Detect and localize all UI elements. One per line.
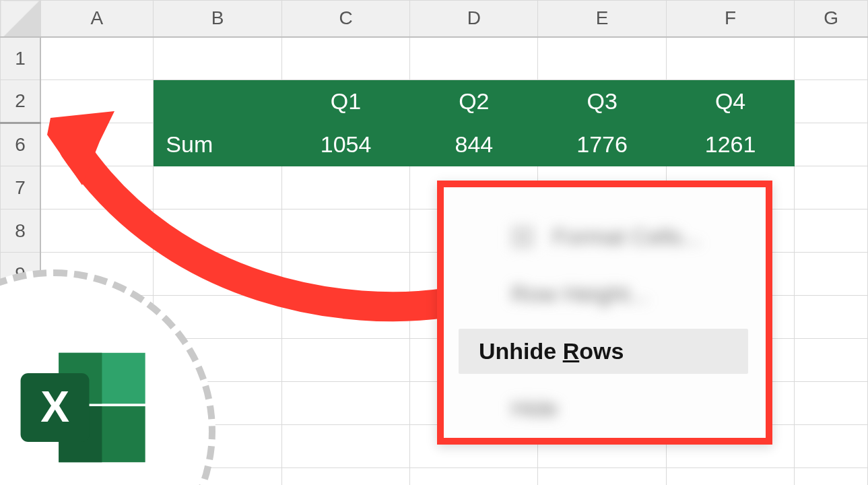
row-header-7[interactable]: 7 [1,166,41,209]
cell-F1[interactable] [666,37,794,80]
cell-G2[interactable] [795,80,868,123]
row-header-2[interactable]: 2 [1,80,41,123]
row-header-1[interactable]: 1 [1,37,41,80]
col-header-A[interactable]: A [40,1,154,37]
cell-B2[interactable] [154,80,282,123]
row-1[interactable]: 1 [1,37,868,80]
column-header-row[interactable]: A B C D E F G [1,1,868,37]
col-header-C[interactable]: C [281,1,409,37]
cell-A1[interactable] [40,37,154,80]
cell-G7[interactable] [795,166,868,209]
cell-G10[interactable] [795,296,868,339]
cell-B7[interactable] [154,166,282,209]
cell-C2[interactable]: Q1 [281,80,409,123]
menu-item-unhide-rows[interactable]: Unhide Rows [459,329,748,374]
cell-C7[interactable] [281,166,409,209]
menu-item-row-height[interactable]: Row Height... [459,271,748,317]
menu-item-hide[interactable]: Hide [459,386,748,431]
cell-B8[interactable] [154,209,282,253]
row-6[interactable]: 6 Sum 1054 844 1776 1261 [1,123,868,166]
select-all-corner[interactable] [1,1,41,37]
cell-B6[interactable]: Sum [154,123,282,166]
cell-B9[interactable] [154,253,282,296]
col-header-G[interactable]: G [795,1,868,37]
cell-C9[interactable] [281,253,409,296]
col-header-D[interactable]: D [410,1,538,37]
menu-item-format-cells[interactable]: Format Cells... [459,214,748,259]
col-header-E[interactable]: E [538,1,666,37]
cell-E6[interactable]: 1776 [538,123,666,166]
cell-F2[interactable]: Q4 [666,80,794,123]
cell-E1[interactable] [538,37,666,80]
row-header-8[interactable]: 8 [1,209,41,253]
menu-item-label: Unhide Rows [479,338,624,364]
cell-G1[interactable] [795,37,868,80]
row-header-6[interactable]: 6 [1,123,41,166]
row-2[interactable]: 2 Q1 Q2 Q3 Q4 [1,80,868,123]
cell-C1[interactable] [281,37,409,80]
cell-D1[interactable] [410,37,538,80]
cell-G8[interactable] [795,209,868,253]
cell-D2[interactable]: Q2 [410,80,538,123]
cell-A7[interactable] [40,166,154,209]
cell-A2[interactable] [40,80,154,123]
cell-C10[interactable] [281,296,409,339]
cell-C8[interactable] [281,209,409,253]
format-cells-icon [511,226,534,249]
cell-A6[interactable] [40,123,154,166]
cell-C6[interactable]: 1054 [281,123,409,166]
col-header-B[interactable]: B [154,1,282,37]
cell-B1[interactable] [154,37,282,80]
cell-G9[interactable] [795,253,868,296]
context-menu: Format Cells... Row Height... Unhide Row… [437,181,772,445]
cell-F6[interactable]: 1261 [666,123,794,166]
cell-D6[interactable]: 844 [410,123,538,166]
col-header-F[interactable]: F [666,1,794,37]
cell-E2[interactable]: Q3 [538,80,666,123]
cell-A8[interactable] [40,209,154,253]
cell-G6[interactable] [795,123,868,166]
